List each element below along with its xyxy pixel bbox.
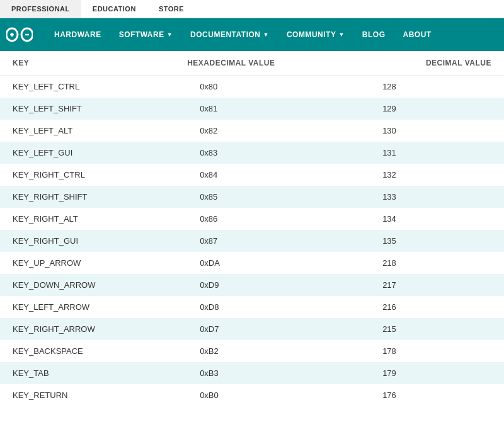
cell-key: KEY_RETURN: [0, 384, 175, 406]
cell-dec: 216: [357, 296, 504, 318]
cell-dec: 178: [357, 340, 504, 362]
cell-hex: 0x85: [175, 186, 357, 208]
table-row: KEY_TAB0xB3179: [0, 362, 504, 384]
cell-hex: 0xDA: [175, 252, 357, 274]
table-row: KEY_RETURN0xB0176: [0, 384, 504, 406]
cell-dec: 215: [357, 318, 504, 340]
topbar-item-store[interactable]: STORE: [147, 0, 195, 18]
nav-item-software[interactable]: SOFTWARE ▼: [110, 18, 181, 51]
cell-key: KEY_RIGHT_SHIFT: [0, 186, 175, 208]
main-nav: HARDWARE SOFTWARE ▼ DOCUMENTATION ▼ COMM…: [0, 18, 504, 51]
content-area: KEY HEXADECIMAL VALUE DECIMAL VALUE KEY_…: [0, 51, 504, 406]
cell-dec: 179: [357, 362, 504, 384]
cell-key: KEY_UP_ARROW: [0, 252, 175, 274]
table-row: KEY_RIGHT_CTRL0x84132: [0, 164, 504, 186]
nav-item-about[interactable]: ABOUT: [394, 18, 440, 51]
cell-dec: 176: [357, 384, 504, 406]
cell-key: KEY_LEFT_ALT: [0, 120, 175, 142]
cell-hex: 0x80: [175, 76, 357, 98]
cell-key: KEY_LEFT_CTRL: [0, 76, 175, 98]
community-dropdown-arrow-icon: ▼: [338, 31, 344, 38]
table-row: KEY_LEFT_ARROW0xD8216: [0, 296, 504, 318]
table-row: KEY_LEFT_GUI0x83131: [0, 142, 504, 164]
cell-dec: 131: [357, 142, 504, 164]
table-row: KEY_RIGHT_ARROW0xD7215: [0, 318, 504, 340]
table-row: KEY_DOWN_ARROW0xD9217: [0, 274, 504, 296]
table-header-row: KEY HEXADECIMAL VALUE DECIMAL VALUE: [0, 51, 504, 76]
col-header-dec: DECIMAL VALUE: [357, 51, 504, 76]
cell-key: KEY_RIGHT_ARROW: [0, 318, 175, 340]
nav-items: HARDWARE SOFTWARE ▼ DOCUMENTATION ▼ COMM…: [45, 18, 498, 51]
cell-dec: 133: [357, 186, 504, 208]
col-header-hex: HEXADECIMAL VALUE: [175, 51, 357, 76]
cell-hex: 0xD7: [175, 318, 357, 340]
cell-key: KEY_LEFT_GUI: [0, 142, 175, 164]
cell-hex: 0xB3: [175, 362, 357, 384]
nav-item-blog[interactable]: BLOG: [353, 18, 394, 51]
col-header-key: KEY: [0, 51, 175, 76]
cell-key: KEY_LEFT_SHIFT: [0, 98, 175, 120]
table-row: KEY_RIGHT_ALT0x86134: [0, 208, 504, 230]
cell-hex: 0x86: [175, 208, 357, 230]
table-row: KEY_BACKSPACE0xB2178: [0, 340, 504, 362]
cell-key: KEY_LEFT_ARROW: [0, 296, 175, 318]
cell-key: KEY_RIGHT_GUI: [0, 230, 175, 252]
arduino-logo-icon: [6, 26, 33, 43]
cell-hex: 0xB0: [175, 384, 357, 406]
software-dropdown-arrow-icon: ▼: [167, 31, 173, 38]
cell-dec: 129: [357, 98, 504, 120]
documentation-dropdown-arrow-icon: ▼: [263, 31, 268, 38]
cell-dec: 217: [357, 274, 504, 296]
table-row: KEY_LEFT_SHIFT0x81129: [0, 98, 504, 120]
cell-hex: 0x84: [175, 164, 357, 186]
cell-hex: 0xD9: [175, 274, 357, 296]
nav-item-hardware[interactable]: HARDWARE: [45, 18, 110, 51]
nav-item-community[interactable]: COMMUNITY ▼: [278, 18, 353, 51]
cell-hex: 0x87: [175, 230, 357, 252]
nav-item-documentation[interactable]: DOCUMENTATION ▼: [181, 18, 278, 51]
cell-dec: 134: [357, 208, 504, 230]
cell-hex: 0xD8: [175, 296, 357, 318]
cell-dec: 135: [357, 230, 504, 252]
table-row: KEY_UP_ARROW0xDA218: [0, 252, 504, 274]
cell-key: KEY_DOWN_ARROW: [0, 274, 175, 296]
table-row: KEY_LEFT_CTRL0x80128: [0, 76, 504, 98]
cell-key: KEY_TAB: [0, 362, 175, 384]
cell-key: KEY_RIGHT_ALT: [0, 208, 175, 230]
cell-key: KEY_RIGHT_CTRL: [0, 164, 175, 186]
cell-hex: 0x82: [175, 120, 357, 142]
cell-hex: 0xB2: [175, 340, 357, 362]
table-row: KEY_LEFT_ALT0x82130: [0, 120, 504, 142]
topbar-item-professional[interactable]: PROFESSIONAL: [0, 0, 81, 18]
logo[interactable]: [6, 26, 33, 43]
key-table: KEY HEXADECIMAL VALUE DECIMAL VALUE KEY_…: [0, 51, 504, 406]
top-bar: PROFESSIONAL EDUCATION STORE: [0, 0, 504, 18]
cell-hex: 0x81: [175, 98, 357, 120]
cell-dec: 218: [357, 252, 504, 274]
topbar-item-education[interactable]: EDUCATION: [81, 0, 147, 18]
table-row: KEY_RIGHT_GUI0x87135: [0, 230, 504, 252]
table-row: KEY_RIGHT_SHIFT0x85133: [0, 186, 504, 208]
cell-key: KEY_BACKSPACE: [0, 340, 175, 362]
cell-hex: 0x83: [175, 142, 357, 164]
cell-dec: 128: [357, 76, 504, 98]
cell-dec: 132: [357, 164, 504, 186]
cell-dec: 130: [357, 120, 504, 142]
